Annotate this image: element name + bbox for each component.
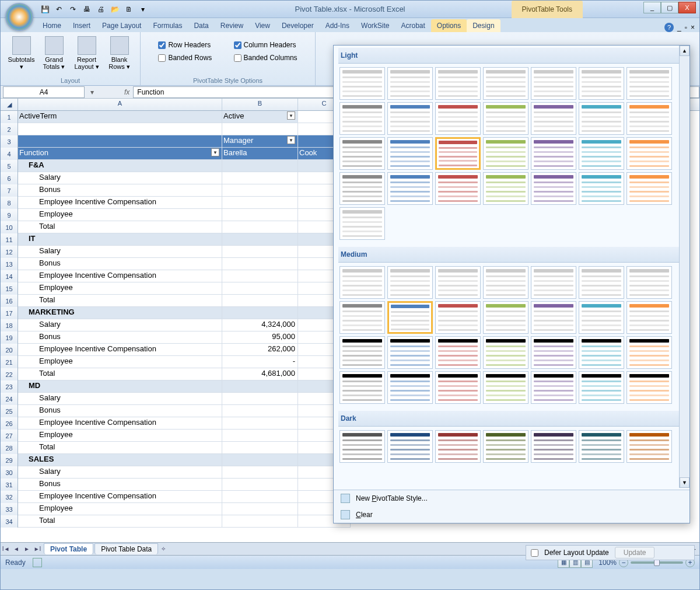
cell[interactable]: Salary [18, 466, 222, 479]
cell[interactable] [222, 233, 298, 246]
name-box[interactable]: A4 [3, 86, 85, 98]
row-header[interactable]: 21 [1, 356, 18, 368]
row-header[interactable]: 18 [1, 319, 18, 331]
style-swatch[interactable] [340, 301, 385, 334]
quick-print-icon[interactable]: 🖨 [95, 4, 107, 15]
row-header[interactable]: 6 [1, 172, 18, 184]
style-swatch[interactable] [340, 207, 385, 240]
row-header[interactable]: 5 [1, 160, 18, 172]
gallery-menu-clear[interactable]: Clear [334, 507, 690, 523]
update-button[interactable]: Update [615, 547, 655, 558]
blank-rows-button[interactable]: BlankRows ▾ [104, 34, 135, 72]
column-header[interactable]: B [222, 99, 298, 110]
cell[interactable]: Employee [18, 282, 222, 295]
style-swatch[interactable] [626, 301, 672, 334]
style-swatch[interactable] [435, 137, 481, 170]
row-header[interactable]: 17 [1, 307, 18, 319]
cell[interactable]: Bonus [18, 184, 222, 197]
help-icon[interactable]: ? [664, 23, 674, 32]
cell[interactable] [222, 123, 298, 135]
style-swatch[interactable] [387, 336, 433, 369]
style-swatch[interactable] [531, 172, 576, 205]
row-header[interactable]: 25 [1, 405, 18, 417]
row-header[interactable]: 31 [1, 479, 18, 491]
cell[interactable]: Total [18, 515, 222, 528]
style-swatch[interactable] [435, 371, 481, 404]
row-header[interactable]: 13 [1, 258, 18, 270]
cell[interactable]: Function▼ [18, 148, 222, 160]
style-swatch[interactable] [626, 336, 672, 369]
cell[interactable] [222, 380, 298, 393]
undo-icon[interactable]: ↶ [53, 4, 65, 15]
row-header[interactable]: 24 [1, 393, 18, 405]
style-swatch[interactable] [340, 371, 385, 404]
cell[interactable]: Employee Incentive Compensation [18, 491, 222, 503]
tab-acrobat[interactable]: Acrobat [395, 19, 430, 32]
tab-formulas[interactable]: Formulas [147, 19, 188, 32]
cell[interactable]: Manager▼ [222, 135, 298, 148]
row-header[interactable]: 1 [1, 111, 18, 123]
style-swatch[interactable] [531, 67, 576, 100]
style-swatch[interactable] [483, 102, 528, 135]
style-swatch[interactable] [435, 172, 481, 205]
cell[interactable] [222, 307, 298, 319]
cell[interactable]: Total [18, 295, 222, 307]
gallery-scroll-up[interactable]: ▲ [680, 46, 690, 56]
row-header[interactable]: 14 [1, 270, 18, 282]
tab-insert[interactable]: Insert [67, 19, 96, 32]
style-swatch[interactable] [579, 102, 624, 135]
style-swatch[interactable] [579, 336, 624, 369]
cell[interactable]: Bonus [18, 331, 222, 344]
cell[interactable] [18, 135, 222, 148]
row-header[interactable]: 33 [1, 503, 18, 515]
style-swatch[interactable] [340, 102, 385, 135]
style-swatch[interactable] [435, 336, 481, 369]
style-swatch[interactable] [435, 430, 481, 463]
cell[interactable] [222, 246, 298, 258]
tab-data[interactable]: Data [188, 19, 214, 32]
row-header[interactable]: 28 [1, 442, 18, 454]
cell[interactable] [222, 197, 298, 209]
cell[interactable] [222, 454, 298, 466]
cell[interactable] [222, 172, 298, 184]
cell[interactable] [222, 479, 298, 491]
save-icon[interactable]: 💾 [39, 4, 51, 15]
row-header[interactable]: 4 [1, 148, 18, 160]
cell[interactable]: Salary [18, 246, 222, 258]
sheet-tab[interactable]: Pivot Table [44, 543, 93, 554]
style-swatch[interactable] [387, 67, 433, 100]
style-swatch[interactable] [579, 266, 624, 299]
row-header[interactable]: 9 [1, 209, 18, 221]
qat-customize-icon[interactable]: ▾ [137, 4, 149, 15]
column-header[interactable]: A [18, 99, 222, 110]
sheet-nav-next[interactable]: ► [22, 544, 32, 554]
row-header[interactable]: 26 [1, 417, 18, 430]
tab-developer[interactable]: Developer [276, 19, 320, 32]
cell[interactable]: Bonus [18, 405, 222, 417]
style-swatch[interactable] [340, 430, 385, 463]
cell[interactable] [222, 258, 298, 270]
macro-record-icon[interactable] [33, 558, 42, 567]
style-swatch[interactable] [531, 430, 576, 463]
cell[interactable]: Active▼ [222, 111, 298, 123]
cell[interactable]: MARKETING [18, 307, 222, 319]
sheet-tab[interactable]: Pivot Table Data [94, 543, 158, 554]
cell[interactable]: Salary [18, 172, 222, 184]
tab-worksite[interactable]: WorkSite [355, 19, 395, 32]
row-header[interactable]: 30 [1, 466, 18, 479]
redo-icon[interactable]: ↷ [67, 4, 79, 15]
gallery-scroll-down[interactable]: ▼ [680, 477, 690, 488]
style-swatch[interactable] [483, 371, 528, 404]
style-swatch[interactable] [387, 266, 433, 299]
mdiwindow-close-icon[interactable]: × [691, 23, 695, 32]
style-swatch[interactable] [387, 172, 433, 205]
style-swatch[interactable] [483, 301, 528, 334]
style-swatch[interactable] [340, 266, 385, 299]
banded-rows-checkbox[interactable]: Banded Rows [158, 54, 222, 62]
cell[interactable]: ActiveTerm [18, 111, 222, 123]
style-swatch[interactable] [435, 67, 481, 100]
row-header[interactable]: 20 [1, 344, 18, 356]
style-swatch[interactable] [531, 102, 576, 135]
style-swatch[interactable] [483, 172, 528, 205]
row-header[interactable]: 19 [1, 331, 18, 344]
